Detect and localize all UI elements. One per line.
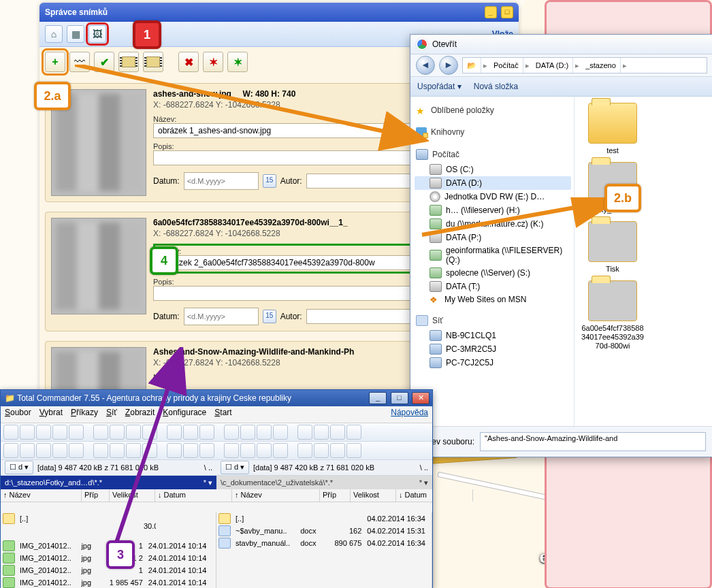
column-header[interactable]: ↑ Název: [1, 489, 82, 502]
tc-toolbar[interactable]: [1, 442, 432, 460]
brush-button[interactable]: 〰: [69, 52, 90, 72]
table-row[interactable]: [..]30.01.2014 18:34: [1, 512, 216, 540]
table-row[interactable]: stavby_manuál..docx890 67504.02.2014 16:…: [216, 537, 432, 549]
tree-drive-item[interactable]: DATA (P:): [415, 231, 571, 244]
menu-item[interactable]: Soubor: [5, 408, 31, 421]
tree-drive-item[interactable]: du (\\merkur.nature.cz) (K:): [415, 217, 571, 231]
tree-drive-item[interactable]: OS (C:): [415, 163, 571, 176]
toolbar-button[interactable]: [216, 444, 223, 457]
tree-msn[interactable]: My Web Sites on MSN: [444, 295, 526, 304]
table-row[interactable]: IMG_2014012..jpg1 985 45724.01.2014 10:1…: [1, 576, 216, 588]
column-header[interactable]: ↓ Datum: [155, 489, 232, 502]
tc-titlebar[interactable]: 📁 Total Commander 7.55 - Agentura ochran…: [1, 390, 432, 406]
tree-computer[interactable]: Počítač: [432, 150, 459, 159]
toolbar-button[interactable]: [93, 443, 108, 458]
toolbar-button[interactable]: [330, 425, 345, 440]
menu-item[interactable]: Start: [214, 408, 231, 421]
toolbar-button[interactable]: [110, 425, 125, 440]
tree-drive-item[interactable]: DATA (T:): [415, 280, 571, 293]
toolbar-button[interactable]: [20, 443, 35, 458]
file-image[interactable]: 6a00e54fcf73858834017ee45392a3970d-800wi: [581, 280, 644, 350]
toolbar-button[interactable]: [126, 443, 141, 458]
crumb-item[interactable]: DATA (D:): [532, 58, 573, 73]
window-titlebar[interactable]: Správce snímků _ □: [39, 3, 519, 22]
menu-item[interactable]: Síť: [106, 408, 117, 421]
toolbar-button[interactable]: [167, 425, 182, 440]
toolbar-button[interactable]: [110, 443, 125, 458]
menu-item[interactable]: Konfigurace: [163, 408, 206, 421]
toolbar-button[interactable]: [346, 443, 361, 458]
toolbar-button[interactable]: [216, 425, 223, 439]
toolbar-button[interactable]: [36, 443, 51, 458]
file-folder[interactable]: Tisk: [581, 221, 644, 274]
tc-path-left[interactable]: d:\_stazeno\Fotky_and…d\*.** ▾: [1, 476, 216, 489]
toolbar-button[interactable]: [314, 425, 329, 440]
tc-panel-right[interactable]: [..]04.02.2014 16:34~$avby_manu..docx162…: [216, 512, 432, 588]
menu-item[interactable]: Vybrat: [39, 408, 63, 421]
image-insert-button[interactable]: 🖼: [88, 25, 106, 43]
column-header[interactable]: Velikost: [110, 489, 155, 502]
tc-path-right[interactable]: \c_dokumentace\2_uživatelská\*.** ▾: [216, 476, 432, 489]
toolbar-button[interactable]: [20, 425, 35, 440]
toolbar-button[interactable]: [297, 425, 312, 440]
organize-menu[interactable]: Uspořádat ▾: [417, 82, 462, 91]
table-row[interactable]: [..]04.02.2014 16:34: [216, 512, 432, 525]
tree-drive-item[interactable]: geoinformatika (\\FILESERVER) (Q:): [415, 244, 571, 266]
crumb-item[interactable]: _stazeno: [581, 58, 621, 73]
toolbar-button[interactable]: [167, 443, 182, 458]
toolbar-button[interactable]: [273, 425, 288, 440]
crumb-item[interactable]: Počítač: [489, 58, 523, 73]
maximize-icon[interactable]: □: [391, 392, 408, 404]
toolbar-button[interactable]: [159, 444, 165, 457]
toolbar-button[interactable]: [224, 425, 239, 440]
column-header[interactable]: ↓ Datum: [396, 489, 473, 502]
tree-host-item[interactable]: PC-3MR2C5J: [415, 342, 571, 356]
tc-toolbar[interactable]: [1, 423, 432, 442]
toolbar-button[interactable]: [36, 425, 51, 440]
add-button[interactable]: +: [45, 52, 65, 72]
tree-drive-item[interactable]: Jednotka DVD RW (E:) D…: [415, 190, 571, 203]
toolbar-button[interactable]: [142, 443, 157, 458]
toolbar-button[interactable]: [257, 443, 272, 458]
toolbar-button[interactable]: [85, 444, 92, 457]
toolbar-button[interactable]: [257, 425, 272, 440]
tree-host-item[interactable]: PC-7CJ2C5J: [415, 356, 571, 370]
forward-button[interactable]: ►: [439, 56, 458, 75]
home-button[interactable]: ⌂: [45, 25, 63, 43]
drive-selector[interactable]: ☐ d ▾: [221, 461, 249, 474]
maximize-icon[interactable]: □: [501, 6, 513, 18]
column-header[interactable]: Velikost: [351, 489, 396, 502]
delete-all-button[interactable]: ✶: [203, 52, 223, 72]
menu-item[interactable]: Zobrazit: [125, 408, 155, 421]
toolbar-button[interactable]: [199, 443, 214, 458]
toolbar-button[interactable]: [159, 425, 165, 439]
column-header[interactable]: Příp: [82, 489, 110, 502]
tree-network[interactable]: Síť: [432, 316, 443, 325]
file-pane[interactable]: testFotky_androidTisk6a00e54fcf738588340…: [575, 96, 712, 427]
tree-favorites[interactable]: Oblíbené položky: [431, 105, 494, 115]
calendar-icon[interactable]: 15: [263, 174, 276, 188]
confirm-button[interactable]: ✔: [94, 52, 114, 72]
toolbar-button[interactable]: [346, 425, 361, 440]
breadcrumb[interactable]: 📂 ▸ Počítač▸ DATA (D:)▸ _stazeno▸: [462, 57, 707, 74]
film-next-button[interactable]: [143, 52, 163, 72]
menu-item[interactable]: Příkazy: [71, 408, 98, 421]
toolbar-button[interactable]: [142, 425, 157, 440]
toolbar-button[interactable]: [126, 425, 141, 440]
toolbar-button[interactable]: [240, 425, 255, 440]
thumbnail-preview[interactable]: [51, 218, 146, 314]
new-folder-button[interactable]: Nová složka: [474, 82, 518, 91]
minimize-icon[interactable]: _: [485, 6, 497, 18]
toolbar-button[interactable]: [297, 443, 312, 458]
toolbar-button[interactable]: [330, 443, 345, 458]
toolbar-button[interactable]: [273, 443, 288, 458]
toolbar-button[interactable]: [289, 425, 296, 439]
toolbar-button[interactable]: [69, 425, 84, 440]
toolbar-button[interactable]: [289, 444, 296, 457]
tree-libraries[interactable]: Knihovny: [431, 127, 464, 137]
toolbar-button[interactable]: [52, 443, 67, 458]
toolbar-button[interactable]: [183, 425, 198, 440]
close-icon[interactable]: ✕: [412, 392, 430, 404]
toolbar-button[interactable]: [52, 425, 67, 440]
drive-selector[interactable]: ☐ d ▾: [5, 461, 33, 474]
